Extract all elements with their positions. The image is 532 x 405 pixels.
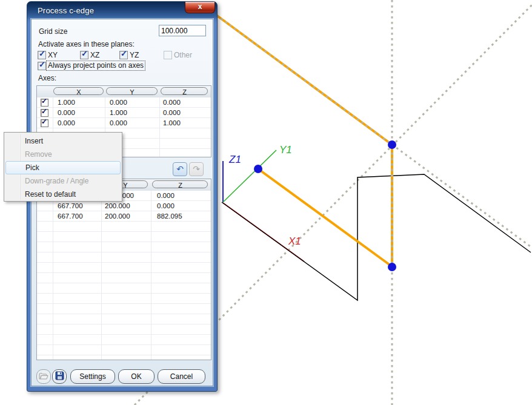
checkbox-xy-label: XY [48,51,58,59]
cell-y[interactable]: 0.000 [110,118,127,128]
floppy-disk-icon [55,371,64,380]
check-icon: ✓ [81,50,88,58]
checkbox-other [164,51,172,59]
axis-z-label: Z1 [228,154,241,165]
cell-x[interactable]: 0.000 [58,108,75,118]
checkbox-xz-label: XZ [90,51,99,59]
checkbox-yz[interactable]: ✓ [119,51,128,59]
axes-table-header: X Y Z [37,86,211,98]
checkbox-always-project-label: Always project points on axes [47,61,145,70]
context-menu: Insert Remove Pick Down-grade / Angle Re… [4,132,122,202]
axes-section-label: Axes: [38,74,56,82]
open-folder-icon [39,372,48,380]
settings-button[interactable]: Settings [70,369,115,384]
axis-y-label: Y1 [279,144,292,156]
cell-z[interactable]: 0.000 [157,201,175,211]
cell-x[interactable]: 667.700 [58,211,83,222]
planes-group-label: Activate axes in these planes: [38,40,135,48]
row-checkbox[interactable]: ✓ [41,109,48,117]
cancel-button[interactable]: Cancel [158,369,205,384]
menu-item-insert[interactable]: Insert [5,134,121,148]
save-button[interactable] [52,369,67,384]
selected-edge-top[interactable] [214,13,392,145]
checkbox-xy[interactable]: ✓ [38,51,46,59]
vertex-dot-top[interactable] [388,140,396,149]
checkbox-xz[interactable]: ✓ [80,51,88,59]
axes-table-row[interactable]: ✓ 1.000 0.000 0.000 [37,97,211,108]
undo-icon: ↶ [176,164,184,174]
app-root: { "dialog": { "title": "Process c-edge",… [0,0,532,405]
ok-button[interactable]: OK [118,369,155,384]
vertex-dot-bottom[interactable] [388,263,396,271]
menu-item-remove: Remove [5,148,121,161]
cell-y[interactable]: 200.000 [105,211,130,222]
check-icon: ✓ [39,61,45,69]
dialog-body: Grid size Activate axes in these planes:… [31,19,213,386]
dialog-titlebar[interactable]: Process c-edge x [27,2,217,19]
row-checkbox[interactable]: ✓ [41,119,48,127]
cell-z[interactable]: 0.000 [163,108,181,118]
check-icon: ✓ [121,50,127,58]
part-outline[interactable] [222,174,531,300]
grid-size-input[interactable] [159,25,206,36]
vertex-dot-left[interactable] [254,165,262,173]
grid-size-label: Grid size [39,27,67,36]
close-button[interactable]: x [185,2,215,13]
checkbox-other-label: Other [174,51,192,59]
cell-y[interactable]: 0.000 [110,97,127,108]
axes-col-y-header[interactable]: Y [106,87,158,95]
points-table: X Y Z 667.700 2000.000 0.000 667.700 200… [36,179,211,360]
cell-y[interactable]: 1.000 [110,108,127,118]
check-icon: ✓ [41,97,47,105]
cell-z[interactable]: 882.095 [157,211,182,222]
cell-z[interactable]: 0.000 [157,191,175,201]
axes-table-row[interactable]: ✓ 0.000 1.000 0.000 [37,108,211,118]
cell-x[interactable]: 0.000 [58,118,75,128]
dialog-title: Process c-edge [38,6,94,15]
cell-x[interactable]: 1.000 [58,97,75,108]
axis-x-label: X1 [288,235,301,247]
open-button [36,369,51,384]
undo-button[interactable]: ↶ [173,162,187,176]
axes-col-x-header[interactable]: X [53,87,104,95]
redo-icon: ↷ [193,164,200,174]
points-table-row[interactable]: 667.700 200.000 882.095 [37,211,211,222]
cell-y[interactable]: 200.000 [105,201,130,211]
menu-item-downgrade-angle: Down-grade / Angle [5,174,121,188]
cell-z[interactable]: 0.000 [163,97,181,108]
check-icon: ✓ [41,108,47,116]
cell-x[interactable]: 667.700 [58,201,83,211]
redo-button: ↷ [189,162,204,176]
menu-item-reset-to-default[interactable]: Reset to default [5,188,121,201]
check-icon: ✓ [39,50,45,58]
selected-edge-middle[interactable] [258,169,393,267]
menu-item-pick[interactable]: Pick [5,161,121,174]
points-table-body[interactable]: 667.700 2000.000 0.000 667.700 200.000 0… [37,191,211,360]
check-icon: ✓ [41,118,47,126]
checkbox-yz-label: YZ [130,51,139,59]
checkbox-always-project[interactable]: ✓ [38,62,46,70]
axes-col-z-header[interactable]: Z [161,87,208,95]
row-checkbox[interactable]: ✓ [41,99,48,107]
points-col-z-header[interactable]: Z [152,180,208,188]
cell-z[interactable]: 1.000 [163,118,181,128]
points-table-row[interactable]: 667.700 200.000 0.000 [37,201,211,211]
axes-table-row[interactable]: ✓ 0.000 0.000 1.000 [37,118,211,128]
